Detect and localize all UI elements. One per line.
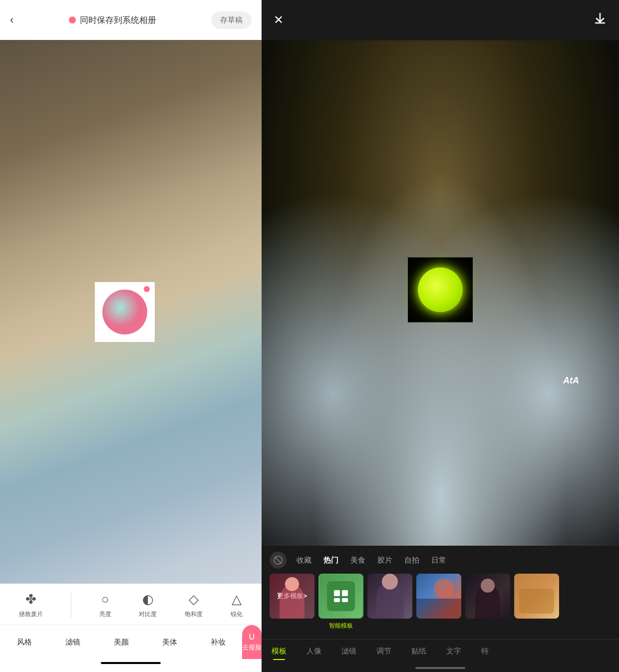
right-image-area: AtA — [262, 40, 619, 546]
filter-dark-girl[interactable] — [367, 574, 412, 630]
filter-cat-film[interactable]: 胶片 — [372, 553, 397, 568]
filter-cat-daily[interactable]: 日常 — [426, 553, 451, 568]
tab-style[interactable]: 风格 — [0, 631, 48, 654]
filter-none-button[interactable] — [270, 552, 287, 569]
filter-more-templates[interactable]: 更多模板> — [270, 574, 314, 630]
close-button[interactable]: ✕ — [274, 13, 284, 27]
filter-smart-template[interactable]: 智能模板 — [318, 574, 363, 630]
smart-template-label: 智能模板 — [329, 622, 353, 630]
right-tab-template[interactable]: 模板 — [262, 643, 297, 660]
svg-rect-5 — [342, 598, 348, 602]
contrast-label: 对比度 — [139, 610, 157, 619]
slim-icon: ∪ — [248, 630, 256, 642]
right-tab-filter[interactable]: 滤镜 — [331, 643, 366, 660]
sharpen-icon: △ — [232, 592, 242, 607]
right-tab-special[interactable]: 特 — [471, 643, 499, 660]
right-tab-portrait[interactable]: 人像 — [297, 643, 331, 660]
filter-dark-portrait[interactable] — [465, 574, 510, 630]
right-sticker-circle — [418, 267, 463, 312]
tool-rescue[interactable]: ✤ 拯救废片 — [19, 592, 43, 619]
left-sticker[interactable] — [95, 282, 155, 342]
tool-saturation[interactable]: ◇ 饱和度 — [185, 592, 203, 619]
filter-thumbnails: 更多模板> — [262, 574, 619, 636]
title-area: 同时保存到系统相册 — [69, 14, 156, 26]
left-bottom-tabs: 风格 滤镜 美颜 美体 补妆 ∪ 去瘦脸 — [0, 625, 262, 659]
left-tools-area: ✤ 拯救废片 ○ 亮度 ◐ 对比度 ◇ 饱和度 △ 锐化 风格 — [0, 584, 262, 672]
right-panel: ✕ AtA 收藏 热门 美食 胶片 — [262, 0, 619, 672]
right-filter-tabs: 收藏 热门 美食 胶片 自拍 日常 更多模板> — [262, 546, 619, 639]
back-button[interactable]: ‹ — [10, 13, 13, 26]
warm-food-thumbnail — [514, 574, 559, 619]
left-sticker-dot — [144, 286, 150, 292]
right-header: ✕ — [262, 0, 619, 40]
left-sticker-circle — [102, 290, 147, 335]
right-bottom-tabs: 模板 人像 滤镜 调节 贴纸 文字 特 — [262, 639, 619, 665]
left-header: ‹ 同时保存到系统相册 存草稿 — [0, 0, 262, 40]
tab-filter[interactable]: 滤镜 — [48, 631, 97, 654]
filter-cat-food[interactable]: 美食 — [345, 553, 370, 568]
right-tab-sticker[interactable]: 贴纸 — [401, 643, 436, 660]
more-templates-thumbnail: 更多模板> — [270, 574, 314, 619]
tools-row: ✤ 拯救废片 ○ 亮度 ◐ 对比度 ◇ 饱和度 △ 锐化 — [0, 592, 262, 625]
ata-text-sticker: AtA — [563, 375, 579, 386]
right-sticker[interactable] — [408, 257, 473, 322]
filter-blue-sky[interactable] — [416, 574, 461, 630]
filter-cat-hot[interactable]: 热门 — [318, 553, 343, 568]
header-title: 同时保存到系统相册 — [80, 14, 156, 26]
dark-girl-thumbnail — [367, 574, 412, 619]
saturation-icon: ◇ — [189, 592, 199, 607]
filter-cat-selfie[interactable]: 自拍 — [399, 553, 424, 568]
blue-sky-thumbnail — [416, 574, 461, 619]
slim-label: 去瘦脸 — [242, 643, 262, 652]
left-home-indicator — [101, 662, 161, 664]
left-panel: ‹ 同时保存到系统相册 存草稿 ✤ 拯救废片 ○ 亮度 ◐ — [0, 0, 262, 672]
smart-template-thumbnail — [318, 574, 363, 619]
filter-warm-food[interactable] — [514, 574, 559, 630]
sharpen-label: 锐化 — [231, 610, 243, 619]
right-tab-text[interactable]: 文字 — [436, 643, 471, 660]
tab-slim-active[interactable]: ∪ 去瘦脸 — [242, 625, 262, 659]
contrast-icon: ◐ — [142, 592, 154, 607]
svg-rect-2 — [334, 590, 340, 596]
right-tab-adjust[interactable]: 调节 — [366, 643, 401, 660]
filter-cat-favorites[interactable]: 收藏 — [292, 553, 316, 568]
ban-icon — [273, 555, 283, 565]
left-image-area — [0, 40, 262, 584]
smart-template-icon — [332, 586, 350, 604]
svg-rect-4 — [334, 598, 340, 602]
tool-contrast[interactable]: ◐ 对比度 — [139, 592, 157, 619]
rescue-icon: ✤ — [25, 592, 36, 607]
tab-makeup[interactable]: 补妆 — [194, 631, 242, 654]
svg-rect-3 — [342, 590, 348, 596]
download-icon — [593, 11, 607, 25]
title-dot — [69, 16, 76, 23]
filter-categories: 收藏 热门 美食 胶片 自拍 日常 — [262, 552, 619, 574]
brightness-icon: ○ — [101, 592, 109, 607]
right-home-indicator — [415, 667, 465, 669]
download-button[interactable] — [593, 11, 607, 28]
tool-brightness[interactable]: ○ 亮度 — [99, 592, 111, 619]
tool-divider-1 — [71, 593, 71, 618]
tab-body[interactable]: 美体 — [145, 631, 194, 654]
tab-beauty[interactable]: 美颜 — [97, 631, 145, 654]
rescue-label: 拯救废片 — [19, 610, 43, 619]
svg-line-1 — [275, 557, 282, 564]
save-draft-button[interactable]: 存草稿 — [211, 11, 252, 29]
tool-sharpen[interactable]: △ 锐化 — [231, 592, 243, 619]
dark-portrait-thumbnail — [465, 574, 510, 619]
brightness-label: 亮度 — [99, 610, 111, 619]
saturation-label: 饱和度 — [185, 610, 203, 619]
